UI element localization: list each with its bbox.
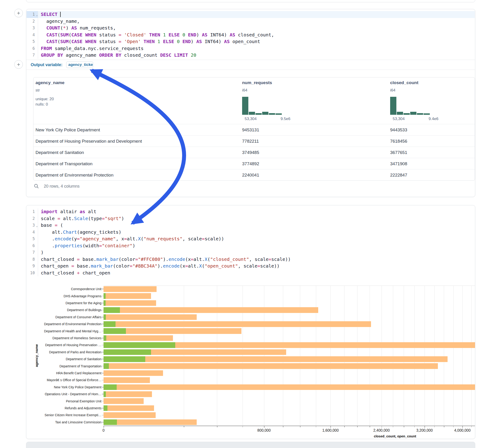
- code-token: [185, 32, 188, 37]
- code-token: 0: [177, 39, 180, 44]
- column-header-agency_name[interactable]: agency_name: [36, 80, 65, 85]
- x-axis-tick: [393, 426, 393, 427]
- cell-value: 3677651: [390, 147, 407, 158]
- x-axis-tick: [300, 426, 301, 427]
- y-axis-label: Taxi and Limousine Commission: [26, 420, 101, 424]
- bar-open-count: [104, 307, 120, 313]
- fold-chevron-icon[interactable]: ⌄: [36, 12, 38, 19]
- code-text: CAST(SUM(CASE WHEN status = 'Open' THEN …: [38, 38, 260, 45]
- code-token: [121, 39, 124, 44]
- cell-agency-name: Department of Transportation: [36, 158, 93, 169]
- column-type: i64: [242, 88, 247, 93]
- sql-line-6: 6FROM sample_data.nyc.service_requests: [26, 45, 475, 52]
- y-axis-tick: [102, 394, 104, 394]
- add-cell-button-output[interactable]: +: [14, 60, 23, 69]
- gridline: [330, 286, 331, 426]
- bar-closed-count: [104, 384, 475, 390]
- x-axis-tick-label: 2,400,000: [373, 428, 390, 433]
- sql-line-1: 1⌄SELECT: [26, 11, 475, 18]
- y-axis-label: Department for the Aging: [26, 301, 101, 305]
- gridline: [357, 286, 357, 426]
- histogram-bar: [242, 97, 248, 115]
- histogram-bar: [390, 97, 396, 115]
- x-axis-tick-label: 0: [103, 428, 105, 433]
- x-axis-tick: [425, 426, 425, 428]
- code-token: (: [69, 32, 71, 37]
- x-axis-tick: [330, 426, 331, 428]
- gridline: [184, 286, 184, 426]
- code-token: AS: [196, 39, 202, 44]
- code-token: num_requests,: [77, 25, 116, 31]
- code-token: COUNT: [46, 25, 60, 31]
- histogram-bar: [262, 112, 268, 115]
- y-axis-label: Senior Citizen Rent Increase Exempti…: [26, 413, 101, 417]
- bar-closed-count: [104, 363, 438, 369]
- y-axis-label: Department of Consumer Affairs: [26, 315, 101, 319]
- code-text: COUNT(*) AS num_requests,: [38, 25, 116, 31]
- y-axis-label: Operations Unit - Department of Hom…: [26, 392, 101, 396]
- code-token: THEN: [149, 32, 160, 37]
- y-axis-tick: [102, 310, 104, 311]
- code-token: 20: [191, 52, 196, 58]
- code-token: THEN: [144, 39, 155, 44]
- cell-value: 9453131: [242, 124, 259, 136]
- column-type: str: [36, 88, 40, 93]
- histogram-bar: [424, 113, 430, 115]
- cell-value: 3774892: [242, 158, 259, 169]
- sql-line-7: 7GROUP BY agency_name ORDER BY closed_co…: [26, 52, 475, 59]
- column-header-closed_count[interactable]: closed_count: [390, 80, 418, 85]
- gridline: [264, 286, 264, 426]
- cell-value: 3471908: [390, 158, 407, 169]
- y-axis-label: Department of Buildings: [26, 308, 101, 312]
- search-icon[interactable]: [34, 183, 39, 189]
- code-token: AS: [202, 32, 208, 37]
- bar-open-count: [104, 293, 106, 299]
- x-axis-tick: [444, 426, 444, 427]
- code-token: closed_count,: [235, 32, 274, 37]
- x-axis-tick-label: 1,600,000: [322, 428, 339, 433]
- code-token: [166, 32, 169, 37]
- table-row[interactable]: New York City Police Department945313194…: [33, 124, 475, 136]
- cell-value: 9443533: [390, 124, 407, 136]
- code-token: 0: [182, 32, 185, 37]
- gridline: [243, 286, 243, 426]
- code-token: WHEN: [85, 32, 96, 37]
- table-row[interactable]: Department of Housing Preservation and D…: [33, 135, 475, 147]
- code-token: CAST: [46, 39, 57, 44]
- gridline: [283, 286, 283, 426]
- histogram-bar: [269, 113, 275, 115]
- y-axis-tick: [102, 387, 104, 387]
- line-number: 2: [26, 18, 38, 25]
- column-header-num_requests[interactable]: num_requests: [242, 80, 272, 85]
- bar-open-count: [104, 328, 126, 334]
- x-axis-tick: [471, 426, 472, 427]
- code-token: [180, 32, 182, 37]
- table-row[interactable]: Department of Transportation377489234719…: [33, 158, 475, 169]
- code-token: (: [57, 32, 60, 37]
- y-axis-label: Department of Environmental Protection: [26, 322, 101, 326]
- sql-code-editor[interactable]: 1⌄SELECT 2 agency_name,3 COUNT(*) AS num…: [26, 11, 475, 59]
- gridline: [300, 286, 300, 426]
- code-token: 1: [157, 39, 160, 44]
- column-type: i64: [390, 88, 396, 93]
- x-axis-tick: [184, 426, 184, 427]
- code-token: sample_data.nyc.service_requests: [52, 46, 143, 51]
- cell-agency-name: New York City Police Department: [36, 124, 100, 136]
- add-cell-button-top[interactable]: +: [14, 9, 23, 17]
- x-axis-title: closed_count, open_count: [374, 434, 416, 438]
- output-variable-pill[interactable]: agency_tickets: [66, 62, 93, 68]
- bar-open-count: [104, 356, 145, 362]
- bar-open-count: [104, 314, 106, 320]
- histogram-max-label: 9.5e6: [277, 117, 294, 121]
- table-row[interactable]: Department of Environmental Protection22…: [33, 169, 475, 181]
- table-row[interactable]: Department of Sanitation37494853677651: [33, 147, 475, 158]
- y-axis-tick: [102, 366, 104, 367]
- code-token: [155, 39, 157, 44]
- cell-value: 7618456: [390, 136, 407, 147]
- code-token: [121, 32, 124, 37]
- histogram-bar: [397, 112, 403, 115]
- code-token: DESC: [160, 52, 171, 58]
- y-axis-tick: [102, 303, 104, 303]
- y-axis-tick: [102, 415, 104, 416]
- code-token: END: [188, 32, 196, 37]
